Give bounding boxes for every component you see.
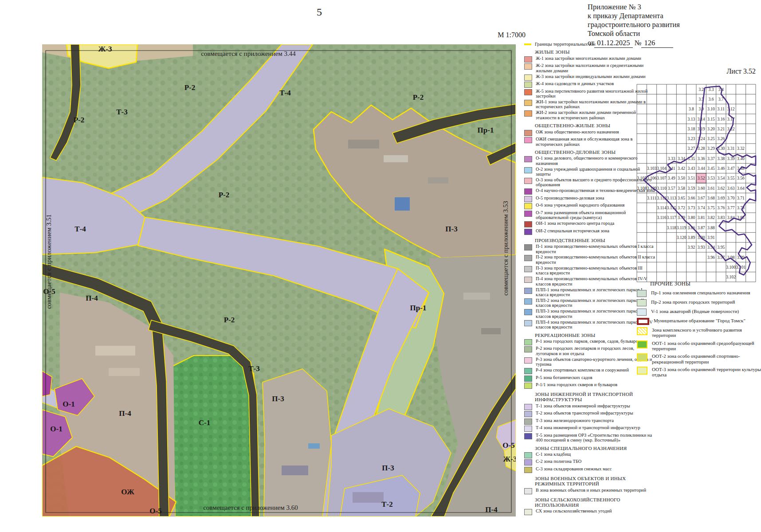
- zone-color-swatch: [524, 404, 532, 410]
- sheet-number: 3.96: [707, 255, 715, 260]
- map-zone-label: О-1: [63, 400, 75, 408]
- legend-item: Границы территориальных зон: [524, 42, 655, 47]
- map-zone-label: О-5: [502, 441, 514, 450]
- map-zone-label: Пр-1: [410, 304, 427, 312]
- sheet-number: 3.65: [678, 196, 685, 200]
- map-zone-label: О-5: [149, 507, 161, 515]
- sheet-number: 3.66: [687, 196, 695, 200]
- legend-item: Р-1 зона городских парков, скверов, садо…: [524, 339, 655, 345]
- other-zone-item: Зона комплексного и устойчивого развития…: [637, 327, 761, 338]
- sheet-number: 3.56: [737, 176, 745, 180]
- sheet-number: 3.102: [726, 274, 736, 279]
- sheet-number: 3.43: [687, 166, 695, 171]
- sheet-number: 3.16: [717, 117, 725, 121]
- other-zones-title: ПРОЧИЕ ЗОНЫ: [650, 281, 761, 287]
- sheet-number: 3.77: [727, 205, 735, 210]
- zone-color-swatch: [524, 74, 532, 81]
- building: [428, 177, 448, 184]
- sheet-number: 3.8: [689, 106, 694, 111]
- zone-color-swatch: [524, 188, 532, 195]
- zoning-map-canvas: Ж-3Т-3Р-2Р-2Т-4Р-2Пр-1Р-2Т-4П-3О-5П-4Р-2…: [42, 44, 516, 516]
- other-zone-item: ООТ-2 зона особо охраняемой спортивно-ре…: [637, 353, 761, 364]
- legend-item: О-4 научно-производственная и технико-вн…: [524, 188, 655, 195]
- other-zone-label: Зона комплексного и устойчивого развития…: [652, 327, 761, 338]
- other-zone-label: V-1 зона акваторий (Водные поверхности): [651, 309, 761, 314]
- zone-color-swatch: [524, 309, 532, 315]
- sheet-number: 3.101: [736, 265, 746, 270]
- legend-item: Т-4 зона инженерной и транспортной инфра…: [524, 425, 655, 432]
- map-zone-label: Р-2: [184, 83, 196, 92]
- building: [384, 155, 408, 162]
- other-zone-label: Муниципальное образование "Город Томск": [654, 318, 761, 323]
- zone-color-swatch: [637, 367, 647, 375]
- building: [109, 368, 140, 376]
- legend-item-label: Т-2 зона объектов транспортной инфрастру…: [536, 411, 655, 415]
- sheet-number: 3.55: [727, 176, 735, 180]
- zone-color-swatch: [524, 467, 532, 473]
- zone-p3-bottom-west: [263, 369, 331, 516]
- legend-item: ЖИ-2 зона застройки жилыми домами переме…: [524, 110, 655, 120]
- sheet-number: 3.10: [707, 106, 715, 111]
- sheet-number: 3.119: [677, 225, 686, 230]
- zone-color-swatch: [524, 56, 532, 63]
- legend-item-label: СХ зона сельскохозяйственных угодий: [536, 509, 655, 513]
- map-zone-label: П-3: [272, 395, 284, 403]
- legend-item-label: Т-1 зона объектов инженерной инфраструкт…: [536, 403, 655, 408]
- other-zone-item: V-1 зона акваторий (Водные поверхности): [637, 309, 761, 316]
- zone-color-swatch: [524, 178, 532, 184]
- sheet-number: 3.47: [727, 166, 735, 171]
- sheet-number: 3.31: [727, 146, 735, 151]
- sheet-number: 3.53: [707, 176, 715, 180]
- map-scale-label: М 1:7000: [452, 31, 526, 39]
- sheet-number: 3.29: [707, 146, 715, 151]
- zone-color-swatch: [637, 299, 647, 306]
- legend-item: О-2 зона учреждений здравоохранения и со…: [524, 167, 655, 177]
- sheet-number: 3.69: [717, 196, 725, 200]
- other-zones-legend: ПРОЧИЕ ЗОНЫ Пр-1 зона озеленения специал…: [637, 281, 761, 380]
- map-zone-label: Т-3: [116, 108, 128, 116]
- zone-color-swatch: [524, 82, 532, 88]
- sheet-number: 3.11: [718, 106, 725, 111]
- building: [353, 492, 384, 503]
- zone-color-swatch: [524, 452, 532, 458]
- sheet-number: 3.83: [717, 215, 725, 220]
- legend-item: С-3 зона складирования снежных масс: [524, 466, 655, 473]
- page-number: 5: [310, 6, 328, 18]
- zone-color-swatch: [524, 411, 532, 417]
- legend-section-title: ЗОНЫ СЕЛЬСКОХОЗЯЙСТВЕННОГО ИСПОЛЬЗОВАНИЯ: [535, 497, 655, 508]
- sheet-number: 3.93: [698, 245, 705, 250]
- legend-item: Ж-3 зона застройки индивидуальными жилым…: [524, 74, 655, 81]
- other-zone-label: Пр-1 зона озеленения специального назнач…: [651, 290, 761, 295]
- sheet-number: 3.26: [717, 136, 725, 141]
- sheet-number: 3.50: [678, 176, 685, 180]
- sheet-number: 3.68: [707, 196, 715, 200]
- legend-item-label: В зона военных объектов и иных режимных …: [536, 488, 655, 493]
- sheet-number: 3.46: [717, 166, 725, 171]
- legend-item: ОЖИ смешанная жилая и обслуживающая зона…: [524, 137, 655, 147]
- zone-color-swatch: [524, 509, 532, 515]
- legend-item-label: Т-4 зона инженерной и транспортной инфра…: [536, 425, 655, 430]
- zone-color-swatch: [524, 288, 532, 294]
- map-zone-label: Ж-3: [98, 45, 112, 53]
- adjacent-sheet-note: совмещается с приложением 3.51: [45, 214, 52, 309]
- legend-item: ПЛП-4 зона промышленных и логистических …: [524, 320, 655, 330]
- map-zone-label: Р-2: [74, 116, 85, 124]
- sheet-number: 3.110: [657, 186, 666, 191]
- sheet-number: 3.64: [737, 186, 745, 191]
- zone-color-swatch: [637, 318, 649, 325]
- sheet-number: 3.91: [707, 235, 715, 240]
- building: [481, 328, 501, 334]
- zone-color-swatch: [637, 340, 647, 348]
- zone-color-swatch: [524, 266, 532, 272]
- sheet-number: 3.87: [698, 225, 705, 230]
- map-zone-label: Т-4: [279, 89, 291, 97]
- zone-color-swatch: [524, 298, 532, 305]
- zone-color-swatch: [524, 277, 532, 283]
- zone-color-swatch: [637, 290, 647, 297]
- sheet-number: 3.28: [698, 146, 705, 151]
- sheet-number: 3.70: [727, 196, 735, 200]
- zone-color-swatch: [524, 244, 532, 250]
- sheet-number: 3.84: [727, 215, 735, 220]
- sheet-number: 3.89: [687, 235, 695, 240]
- sheet-number: 3.21: [717, 126, 725, 131]
